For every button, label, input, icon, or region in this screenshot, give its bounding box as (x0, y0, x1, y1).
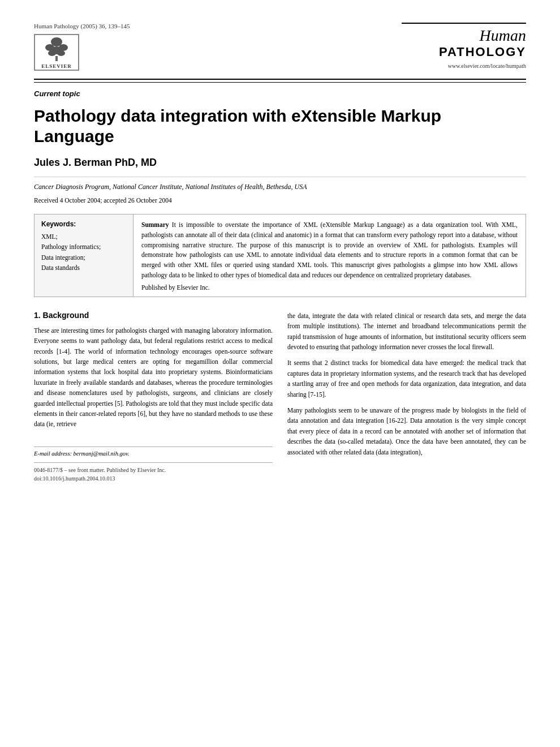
footer-area: E-mail address: bermanj@mail.nih.gov. 00… (34, 447, 273, 483)
logo-elsevier-text: ELSEVIER (41, 63, 72, 69)
header-right: Human PATHOLOGY www.elsevier.com/locate/… (402, 23, 526, 69)
elsevier-logo: ELSEVIER (34, 34, 79, 73)
journal-name-pathology: PATHOLOGY (439, 45, 526, 59)
section-1-title: 1. Background (34, 311, 273, 320)
journal-url: www.elsevier.com/locate/humpath (448, 63, 526, 69)
logo-box: ELSEVIER (34, 34, 79, 71)
right-body-text-2: It seems that 2 distinct tracks for biom… (287, 358, 526, 400)
top-divider-thin (34, 82, 526, 83)
keyword-data-integration: Data integration; (41, 252, 126, 263)
footer-issn: 0046-8177/$ – see front matter. Publishe… (34, 466, 273, 483)
article-title: Pathology data integration with eXtensib… (34, 106, 526, 147)
author-divider (34, 177, 526, 177)
email-line: E-mail address: bermanj@mail.nih.gov. (34, 450, 273, 457)
keywords-summary-section: Keywords: XML; Pathology informatics; Da… (34, 214, 526, 297)
body-columns: 1. Background These are interesting time… (34, 311, 526, 483)
right-column: the data, integrate the data with relate… (287, 311, 526, 483)
summary-body: It is impossible to overstate the import… (141, 221, 518, 278)
email-label: E-mail address: (34, 450, 72, 457)
header-left: Human Pathology (2005) 36, 139–145 (34, 23, 130, 73)
doi-line: doi:10.1016/j.humpath.2004.10.013 (34, 474, 273, 483)
section-type-label: Current topic (34, 89, 526, 98)
journal-name-human: Human (480, 27, 526, 45)
keyword-xml: XML; (41, 231, 126, 242)
header: Human Pathology (2005) 36, 139–145 (34, 23, 526, 73)
page: Human Pathology (2005) 36, 139–145 (0, 0, 560, 747)
summary-label: Summary (141, 221, 169, 228)
received-dates: Received 4 October 2004; accepted 26 Oct… (34, 197, 526, 204)
published-by: Published by Elsevier Inc. (141, 284, 518, 291)
author: Jules J. Berman PhD, MD (34, 157, 526, 169)
left-body-text: These are interesting times for patholog… (34, 325, 273, 430)
left-column: 1. Background These are interesting time… (34, 311, 273, 483)
keyword-pathology-informatics: Pathology informatics; (41, 242, 126, 252)
svg-rect-0 (55, 56, 58, 61)
summary-text: Summary It is impossible to overstate th… (141, 220, 518, 281)
right-body-text-3: Many pathologists seem to be unaware of … (287, 405, 526, 457)
email-address: bermanj@mail.nih.gov. (74, 450, 130, 457)
footer-bottom: 0046-8177/$ – see front matter. Publishe… (34, 462, 273, 483)
summary-box: Summary It is impossible to overstate th… (133, 214, 525, 297)
top-divider-thick (34, 79, 526, 80)
keyword-data-standards: Data standards (41, 263, 126, 273)
journal-citation: Human Pathology (2005) 36, 139–145 (34, 23, 130, 29)
issn-line: 0046-8177/$ – see front matter. Publishe… (34, 466, 273, 474)
keywords-title: Keywords: (41, 220, 126, 228)
right-body-text-1: the data, integrate the data with relate… (287, 311, 526, 353)
affiliation: Cancer Diagnosis Program, National Cance… (34, 183, 526, 191)
svg-point-6 (51, 46, 62, 54)
header-top-line (402, 23, 526, 24)
keywords-box: Keywords: XML; Pathology informatics; Da… (35, 214, 133, 297)
elsevier-tree-icon (40, 36, 73, 62)
